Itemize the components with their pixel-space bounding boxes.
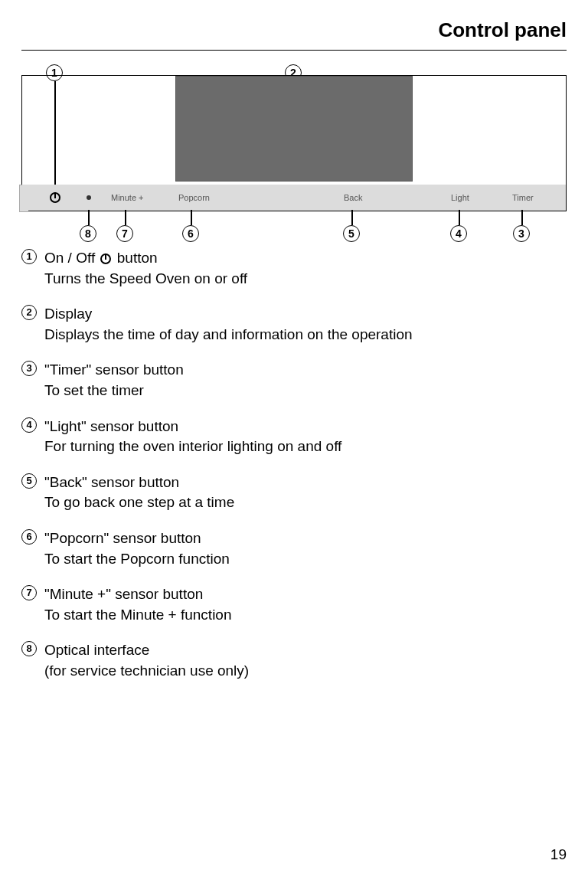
minute-plus-label: Minute + — [111, 193, 144, 202]
legend-number: 2 — [21, 305, 37, 320]
panel-frame: Minute + Popcorn Back Light Timer — [21, 75, 567, 211]
legend-item: 8 Optical interface (for service technic… — [21, 640, 567, 681]
legend-title: Display — [44, 306, 92, 322]
legend-desc: (for service technician use only) — [44, 661, 567, 682]
callout-7: 7 — [116, 225, 133, 242]
legend-title: "Timer" sensor button — [44, 361, 184, 378]
legend-desc: To start the Minute + function — [44, 605, 567, 626]
light-label: Light — [451, 193, 469, 202]
page-number: 19 — [550, 846, 567, 863]
legend-desc: Displays the time of day and information… — [44, 325, 567, 345]
callout-5: 5 — [343, 225, 360, 242]
legend-number: 7 — [21, 585, 37, 600]
legend-desc: To set the timer — [44, 381, 567, 401]
legend-desc: To go back one step at a time — [44, 492, 567, 513]
legend-item: 2 Display Displays the time of day and i… — [21, 304, 567, 345]
legend-number: 3 — [21, 361, 37, 376]
legend-item: 4 "Light" sensor button For turning the … — [21, 417, 567, 457]
legend-item: 3 "Timer" sensor button To set the timer — [21, 360, 567, 401]
timer-label: Timer — [512, 193, 534, 202]
legend-title: "Popcorn" sensor button — [44, 530, 201, 546]
callout-3: 3 — [513, 225, 530, 242]
callout-4: 4 — [450, 225, 467, 242]
connector — [521, 210, 523, 225]
legend-item: 7 "Minute +" sensor button To start the … — [21, 584, 567, 625]
connector — [191, 210, 192, 225]
legend-number: 5 — [21, 473, 37, 489]
legend-title: "Light" sensor button — [44, 418, 178, 434]
legend-number: 1 — [21, 249, 37, 264]
power-icon — [50, 192, 60, 203]
connector — [125, 210, 126, 225]
callout-8: 8 — [80, 225, 96, 242]
display-screen — [175, 76, 413, 182]
control-panel-diagram: 1 2 Minute + Popcorn Back Light Timer 8 … — [21, 75, 567, 211]
back-label: Back — [344, 193, 362, 202]
legend-item: 1 On / Off button Turns the Speed Oven o… — [21, 248, 567, 289]
legend-item: 5 "Back" sensor button To go back one st… — [21, 473, 567, 513]
power-icon — [100, 254, 111, 264]
legend-title: Optical interface — [44, 642, 149, 658]
legend-desc: To start the Popcorn function — [44, 549, 567, 570]
connector — [459, 210, 460, 225]
connector — [351, 210, 353, 225]
legend-number: 8 — [21, 641, 37, 656]
popcorn-label: Popcorn — [178, 193, 210, 202]
legend-desc: For turning the oven interior lighting o… — [44, 437, 567, 457]
legend-number: 6 — [21, 529, 37, 545]
button-strip: Minute + Popcorn Back Light Timer — [22, 185, 566, 211]
legend-title: On / Off button — [44, 250, 158, 266]
optical-dot-icon — [87, 195, 91, 200]
legend-number: 4 — [21, 417, 37, 433]
page-title: Control panel — [21, 18, 567, 51]
legend-desc: Turns the Speed Oven on or off — [44, 269, 567, 290]
callout-6: 6 — [182, 225, 199, 242]
connector — [88, 210, 90, 225]
legend: 1 On / Off button Turns the Speed Oven o… — [21, 248, 567, 682]
legend-item: 6 "Popcorn" sensor button To start the P… — [21, 528, 567, 569]
legend-title: "Minute +" sensor button — [44, 586, 203, 602]
legend-title: "Back" sensor button — [44, 474, 179, 490]
